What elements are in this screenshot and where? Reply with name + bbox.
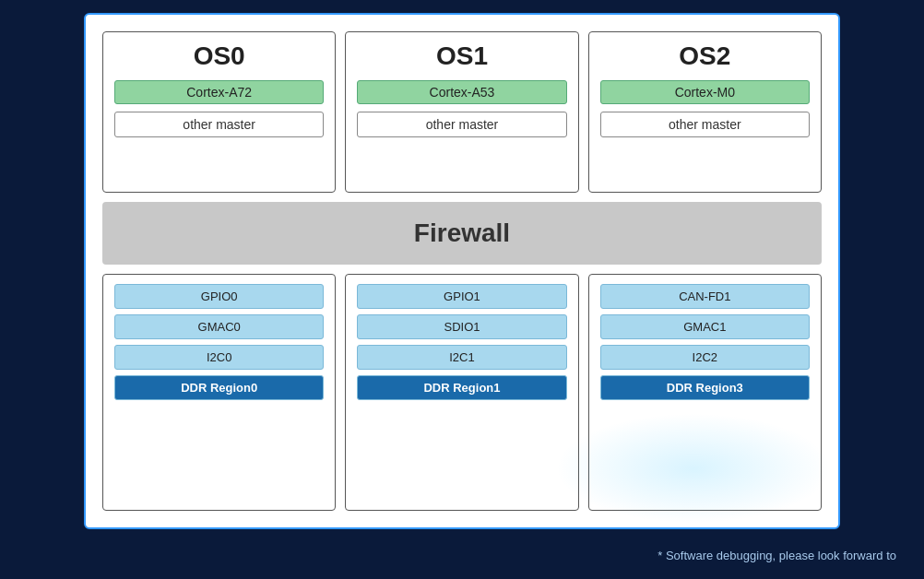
os2-box: OS2 Cortex-M0 other master — [588, 31, 822, 193]
gmac1-item: GMAC1 — [600, 314, 810, 339]
canfd1-item: CAN-FD1 — [600, 284, 810, 309]
os0-title: OS0 — [194, 41, 245, 71]
os1-other: other master — [357, 112, 566, 137]
os1-title: OS1 — [436, 41, 488, 71]
ddr1-item: DDR Region1 — [357, 375, 566, 400]
os1-box: OS1 Cortex-A53 other master — [345, 31, 578, 193]
firewall-section: Firewall — [102, 202, 822, 265]
os0-other: other master — [114, 112, 324, 137]
os2-other: other master — [600, 112, 810, 137]
resource-section: GPIO0 GMAC0 I2C0 DDR Region0 GPIO1 SDIO1… — [102, 274, 822, 511]
os0-cpu: Cortex-A72 — [114, 80, 324, 104]
gmac0-item: GMAC0 — [114, 314, 324, 339]
resource-box-0: GPIO0 GMAC0 I2C0 DDR Region0 — [102, 274, 336, 511]
os-section: OS0 Cortex-A72 other master OS1 Cortex-A… — [102, 31, 822, 193]
gpio0-item: GPIO0 — [114, 284, 324, 309]
i2c0-item: I2C0 — [114, 345, 324, 370]
footer-note: * Software debugging, please look forwar… — [657, 549, 896, 562]
sdio1-item: SDIO1 — [357, 314, 566, 339]
os2-cpu: Cortex-M0 — [600, 80, 810, 104]
gpio1-item: GPIO1 — [357, 284, 566, 309]
os1-cpu: Cortex-A53 — [357, 80, 566, 104]
os0-box: OS0 Cortex-A72 other master — [102, 31, 336, 193]
ddr3-item: DDR Region3 — [600, 375, 810, 400]
resource-box-2: CAN-FD1 GMAC1 I2C2 DDR Region3 — [588, 274, 822, 511]
i2c2-item: I2C2 — [600, 345, 810, 370]
resource-box-1: GPIO1 SDIO1 I2C1 DDR Region1 — [345, 274, 578, 511]
ddr0-item: DDR Region0 — [114, 375, 324, 400]
i2c1-item: I2C1 — [357, 345, 566, 370]
os2-title: OS2 — [679, 41, 730, 71]
firewall-label: Firewall — [414, 219, 510, 248]
main-diagram: OS0 Cortex-A72 other master OS1 Cortex-A… — [84, 13, 840, 529]
